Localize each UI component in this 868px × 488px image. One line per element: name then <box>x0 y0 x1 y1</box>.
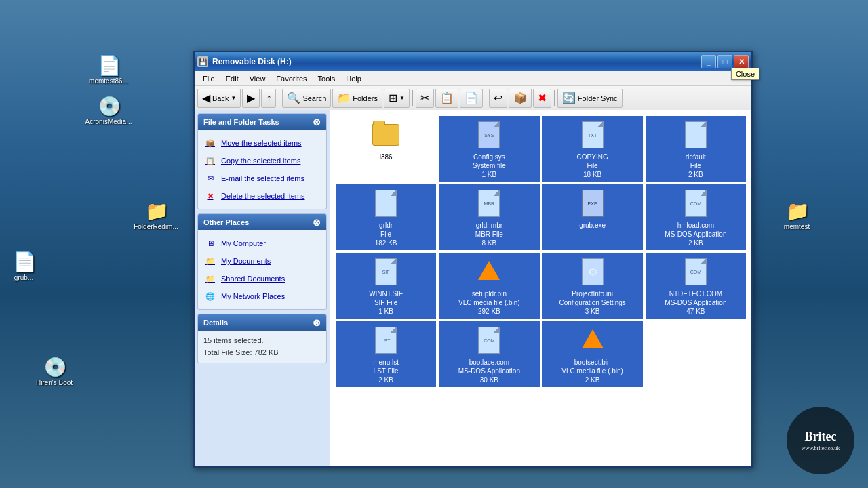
paste-icon: 📄 <box>465 93 478 104</box>
move-to-button[interactable]: 📦 <box>509 89 532 108</box>
file-name-setupldr: setupldr.binVLC media file (.bin)292 KB <box>458 289 520 316</box>
folders-button[interactable]: 📁 Folders <box>332 89 382 108</box>
window-title: Removable Disk (H:) <box>212 57 292 66</box>
watermark: Britec www.britec.co.uk <box>787 407 854 474</box>
other-places-section: Other Places ⊗ 🖥 My Computer 📁 My Docume… <box>197 214 327 310</box>
menu-favorites[interactable]: Favorites <box>271 73 312 84</box>
files-grid: i386 SYS Config.sysSystem file1 KB TXT <box>336 116 746 387</box>
file-folder-tasks-section: File and Folder Tasks ⊗ 📦 Move the selec… <box>197 113 327 209</box>
file-item-grubexe[interactable]: EXE grub.exe <box>542 184 643 250</box>
menu-edit[interactable]: Edit <box>220 73 244 84</box>
back-button[interactable]: ◀ Back ▼ <box>197 89 241 108</box>
toolbar-separator-4 <box>554 90 555 106</box>
items-selected-text: 15 items selected. <box>203 335 321 347</box>
file-item-bootsect[interactable]: bootsect.binVLC media file (.bin)2 KB <box>542 321 643 387</box>
file-item-bootlace[interactable]: COM bootlace.comMS-DOS Application30 KB <box>439 321 539 387</box>
my-documents-link[interactable]: 📁 My Documents <box>201 252 323 270</box>
watermark-url: www.britec.co.uk <box>802 445 840 451</box>
file-item-copying[interactable]: TXT COPYINGFile18 KB <box>542 116 643 182</box>
delete-button[interactable]: ✖ <box>533 89 551 108</box>
memtest-icon: 📄 <box>98 54 119 76</box>
file-item-configsys[interactable]: SYS Config.sysSystem file1 KB <box>439 116 539 182</box>
file-item-default[interactable]: defaultFile2 KB <box>646 116 746 182</box>
file-item-projectinfo[interactable]: ⚙ ProjectInfo.iniConfiguration Settings3… <box>542 253 643 319</box>
file-icon-grldrmbr: MBR <box>473 187 505 220</box>
folder-sync-icon: 🔄 <box>562 93 576 104</box>
file-name-projectinfo: ProjectInfo.iniConfiguration Settings3 K… <box>559 289 625 316</box>
file-item-menulst[interactable]: LST menu.lstLST File2 KB <box>336 321 436 387</box>
search-label: Search <box>302 94 326 102</box>
paste-button[interactable]: 📄 <box>460 89 483 108</box>
desktop-icon-memtest[interactable]: 📄 memtest86... <box>85 54 132 85</box>
desktop-icon-memtest2[interactable]: 📁 memtest <box>773 200 821 230</box>
my-computer-icon: 🖥 <box>203 237 217 250</box>
menu-view[interactable]: View <box>244 73 271 84</box>
file-name-copying: COPYINGFile18 KB <box>577 152 608 179</box>
email-items-link[interactable]: ✉ E-mail the selected items <box>201 169 323 187</box>
desktop-icon-folderredim[interactable]: 📁 FolderRedim... <box>132 200 180 230</box>
file-name-menulst: menu.lstLST File2 KB <box>373 358 399 384</box>
up-button[interactable]: ↑ <box>261 89 276 108</box>
close-button[interactable]: ✕ <box>734 55 749 68</box>
file-item-ntdetect[interactable]: COM NTDETECT.COMMS-DOS Application47 KB <box>646 253 746 319</box>
delete-items-link[interactable]: ✖ Delete the selected items <box>201 187 323 205</box>
file-name-grldrmbr: grldr.mbrMBR File8 KB <box>475 221 503 247</box>
file-icon-bootlace: COM <box>473 324 505 357</box>
file-item-i386[interactable]: i386 <box>336 116 436 182</box>
menu-tools[interactable]: Tools <box>313 73 341 84</box>
views-button[interactable]: ⊞ ▼ <box>384 89 410 108</box>
details-header[interactable]: Details ⊗ <box>198 314 326 331</box>
menu-help[interactable]: Help <box>340 73 367 84</box>
my-documents-label: My Documents <box>221 257 271 265</box>
file-name-hmload: hmload.comMS-DOS Application2 KB <box>665 221 726 247</box>
move-items-link[interactable]: 📦 Move the selected items <box>201 134 323 152</box>
email-items-icon: ✉ <box>203 171 217 185</box>
minimize-button[interactable]: _ <box>701 55 716 68</box>
copy-button[interactable]: 📋 <box>435 89 458 108</box>
my-network-link[interactable]: 🌐 My Network Places <box>201 287 323 305</box>
cut-button[interactable]: ✂ <box>416 89 434 108</box>
memtest2-icon: 📁 <box>786 200 808 222</box>
email-items-label: E-mail the selected items <box>221 174 304 182</box>
toolbar-separator-3 <box>486 90 486 106</box>
file-area: i386 SYS Config.sysSystem file1 KB TXT <box>330 110 751 466</box>
title-bar: 💾 Removable Disk (H:) _ □ ✕ <box>195 52 751 71</box>
other-places-header[interactable]: Other Places ⊗ <box>198 214 326 230</box>
explorer-window: 💾 Removable Disk (H:) _ □ ✕ File Edit Vi… <box>193 51 753 468</box>
copy-items-link[interactable]: 📋 Copy the selected items <box>201 152 323 169</box>
file-item-hmload[interactable]: COM hmload.comMS-DOS Application2 KB <box>646 184 746 250</box>
shared-docs-link[interactable]: 📁 Shared Documents <box>201 270 323 287</box>
close-tooltip: Close <box>731 68 760 80</box>
menu-file[interactable]: File <box>197 73 220 84</box>
search-button[interactable]: 🔍 Search <box>282 89 331 108</box>
details-section: Details ⊗ 15 items selected. Total File … <box>197 314 327 363</box>
folders-icon: 📁 <box>337 93 351 104</box>
file-item-setupldr[interactable]: setupldr.binVLC media file (.bin)292 KB <box>439 253 539 319</box>
desktop-icon-hirens[interactable]: 💿 Hiren's Boot <box>31 356 78 386</box>
delete-items-label: Delete the selected items <box>221 192 305 200</box>
folder-sync-button[interactable]: 🔄 Folder Sync <box>557 89 623 108</box>
shared-docs-label: Shared Documents <box>221 274 285 283</box>
views-icon: ⊞ <box>389 93 397 104</box>
my-computer-link[interactable]: 🖥 My Computer <box>201 235 323 252</box>
desktop-icon-acronis[interactable]: 💿 AcronisMedia... <box>85 95 132 125</box>
file-item-grldr[interactable]: grldrFile182 KB <box>336 184 436 250</box>
my-computer-label: My Computer <box>221 239 266 247</box>
file-shape-bootlace: COM <box>478 327 500 354</box>
file-name-ntdetect: NTDETECT.COMMS-DOS Application47 KB <box>665 289 726 316</box>
maximize-button[interactable]: □ <box>717 55 732 68</box>
file-shape-copying: TXT <box>582 121 604 148</box>
exe-shape-grubexe: EXE <box>582 190 604 217</box>
undo-button[interactable]: ↩ <box>489 89 507 108</box>
move-items-icon: 📦 <box>203 136 217 150</box>
menu-bar: File Edit View Favorites Tools Help <box>195 71 751 86</box>
file-folder-tasks-header[interactable]: File and Folder Tasks ⊗ <box>198 114 326 130</box>
file-item-grldrmbr[interactable]: MBR grldr.mbrMBR File8 KB <box>439 184 539 250</box>
file-item-winntsif[interactable]: SIF WINNT.SIFSIF File1 KB <box>336 253 436 319</box>
desktop-icon-grub[interactable]: 📄 grub... <box>0 251 47 281</box>
title-bar-left: 💾 Removable Disk (H:) <box>197 56 292 67</box>
forward-button[interactable]: ▶ <box>242 89 260 108</box>
desktop-icon-label: AcronisMedia... <box>85 118 132 125</box>
file-name-configsys: Config.sysSystem file1 KB <box>473 152 506 179</box>
toolbar: ◀ Back ▼ ▶ ↑ 🔍 Search 📁 Folders ⊞ ▼ <box>195 86 751 110</box>
